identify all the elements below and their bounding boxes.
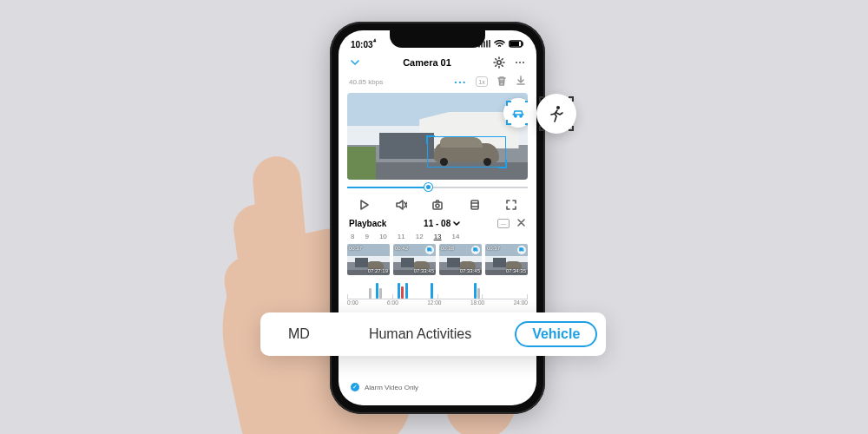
wifi-icon xyxy=(494,40,505,48)
svg-point-7 xyxy=(520,115,522,117)
play-button[interactable] xyxy=(356,197,372,213)
alarm-only-label: Alarm Video Only xyxy=(365,384,418,391)
day-item[interactable]: 9 xyxy=(365,233,368,240)
date-picker[interactable]: 11 - 08 xyxy=(424,219,460,228)
day-item[interactable]: 14 xyxy=(452,233,460,240)
car-icon xyxy=(511,108,525,118)
svg-point-6 xyxy=(515,115,516,117)
camera-icon xyxy=(431,199,444,211)
gear-icon xyxy=(493,56,505,69)
svg-rect-1 xyxy=(510,42,519,46)
close-icon xyxy=(516,218,526,227)
more-horizontal-icon xyxy=(514,56,526,69)
filter-chip-human[interactable]: Human Activities xyxy=(353,323,487,345)
snapshot-button[interactable] xyxy=(430,197,445,213)
status-indicators xyxy=(478,40,524,48)
filter-chip-bar: MD Human Activities Vehicle xyxy=(260,312,606,356)
filter-chip-md[interactable]: MD xyxy=(273,323,326,345)
chevron-down-icon xyxy=(349,57,361,68)
day-item-selected[interactable]: 13 xyxy=(434,233,442,240)
back-button[interactable] xyxy=(349,57,361,68)
day-item[interactable]: 11 xyxy=(398,233,405,240)
battery-icon xyxy=(509,40,524,48)
fullscreen-button[interactable] xyxy=(503,197,519,213)
timeline-label: 12:00 xyxy=(427,299,441,306)
svg-rect-8 xyxy=(433,202,442,209)
event-thumb[interactable]: 00:37 07:27:19 xyxy=(347,244,390,275)
filter-chip-vehicle[interactable]: Vehicle xyxy=(515,321,597,347)
title-bar: Camera 01 xyxy=(339,53,536,74)
delete-button[interactable] xyxy=(496,76,507,88)
close-playback-button[interactable] xyxy=(516,218,526,229)
scrubber[interactable] xyxy=(347,181,528,194)
event-thumb[interactable]: 00:42 07:33:45 ⛟ xyxy=(393,244,436,275)
status-time: 10:03⁴ xyxy=(351,37,376,49)
playback-speed-button[interactable]: 1x xyxy=(476,76,488,87)
timeline[interactable]: 0:00 6:00 12:00 18:00 24:00 xyxy=(339,279,536,306)
timeline-label: 0:00 xyxy=(347,299,358,306)
play-icon xyxy=(358,199,370,211)
car-icon: ⛟ xyxy=(517,246,526,254)
clip-button[interactable] xyxy=(467,197,483,213)
download-icon xyxy=(516,76,526,86)
playback-heading: Playback 11 - 08 ⋯ xyxy=(339,216,536,233)
phone-notch xyxy=(390,29,485,48)
trash-icon xyxy=(496,76,507,86)
svg-point-9 xyxy=(436,204,439,207)
detection-badge-human[interactable] xyxy=(536,94,576,134)
clip-icon xyxy=(469,199,481,211)
timeline-zoom-button[interactable]: ⋯ xyxy=(497,219,510,228)
day-item[interactable]: 8 xyxy=(351,233,354,240)
settings-button[interactable] xyxy=(493,56,505,69)
timeline-label: 18:00 xyxy=(470,299,484,306)
car-icon: ⛟ xyxy=(471,246,480,254)
svg-point-2 xyxy=(497,61,501,64)
bitrate-label: 40.85 kbps xyxy=(349,78,383,86)
day-strip[interactable]: 8 9 10 11 12 13 14 xyxy=(339,233,536,244)
car-icon: ⛟ xyxy=(425,246,434,254)
detection-highlight xyxy=(427,136,507,168)
svg-point-4 xyxy=(519,62,521,63)
svg-point-11 xyxy=(556,106,560,109)
checkmark-icon: ✓ xyxy=(351,383,359,391)
event-thumb[interactable]: 00:38 07:33:45 ⛟ xyxy=(439,244,482,275)
event-thumb[interactable]: 00:37 07:34:35 ⛟ xyxy=(485,244,528,275)
svg-point-5 xyxy=(523,62,524,63)
stream-options-button[interactable]: ••• xyxy=(455,78,467,86)
more-button[interactable] xyxy=(514,56,526,69)
timeline-label: 24:00 xyxy=(514,299,528,306)
stream-toolbar: 40.85 kbps ••• 1x xyxy=(339,74,536,93)
day-item[interactable]: 12 xyxy=(416,233,424,240)
mute-button[interactable] xyxy=(393,197,409,213)
page-title: Camera 01 xyxy=(403,57,451,68)
day-item[interactable]: 10 xyxy=(379,233,387,240)
chevron-down-icon xyxy=(453,220,460,227)
video-preview[interactable] xyxy=(347,93,528,180)
running-person-icon xyxy=(548,104,565,123)
event-thumbs: 00:37 07:27:19 00:42 07:33:45 ⛟ 00:38 07… xyxy=(339,244,536,279)
playback-label: Playback xyxy=(349,219,386,228)
svg-point-3 xyxy=(516,62,517,63)
timeline-label: 6:00 xyxy=(387,299,398,306)
speaker-icon xyxy=(395,199,407,211)
playback-controls xyxy=(339,194,536,216)
scrubber-thumb[interactable] xyxy=(424,183,432,191)
download-button[interactable] xyxy=(516,76,526,88)
expand-icon xyxy=(505,199,517,211)
svg-rect-10 xyxy=(471,201,478,209)
alarm-only-toggle[interactable]: ✓ Alarm Video Only xyxy=(351,383,418,391)
detection-badge-vehicle[interactable] xyxy=(503,98,528,128)
